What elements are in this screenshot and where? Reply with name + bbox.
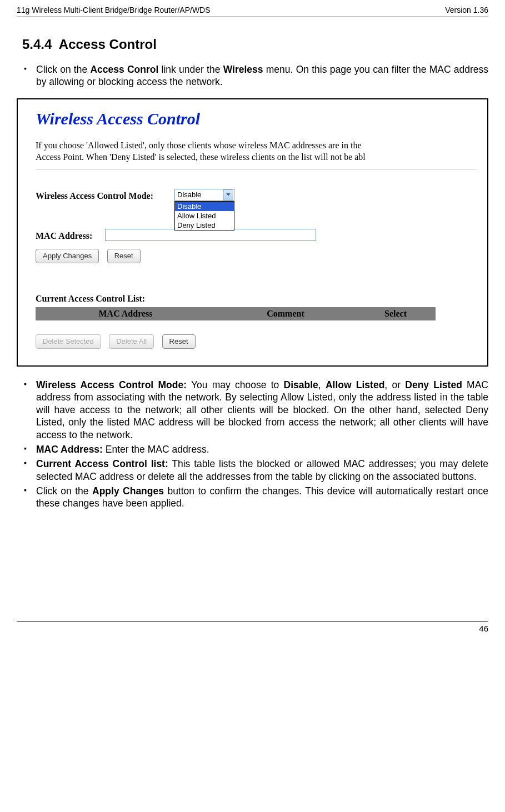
bullet-apply: Click on the Apply Changes button to con… — [36, 485, 488, 510]
acl-table: MAC Address Comment Select — [36, 307, 436, 320]
panel-title: Wireless Access Control — [36, 109, 476, 128]
doc-header: 11g Wireless Multi-Client Bridge/Bridge … — [17, 0, 488, 17]
button-row-lower: Delete Selected Delete All Reset — [36, 334, 476, 349]
mac-row: MAC Address: — [36, 229, 476, 241]
header-left: 11g Wireless Multi-Client Bridge/Bridge … — [17, 6, 211, 14]
col-select: Select — [356, 307, 436, 320]
button-row-upper: Apply Changes Reset — [36, 249, 476, 263]
intro-bullet: Click on the Access Conrol link under th… — [36, 63, 488, 88]
page-footer: 46 — [17, 621, 488, 633]
col-comment: Comment — [216, 307, 356, 320]
mode-select[interactable]: Disable Disable Allow Listed Deny Listed — [174, 189, 234, 201]
divider — [36, 169, 476, 169]
apply-changes-button[interactable]: Apply Changes — [36, 249, 99, 263]
bullet-list: Current Access Control list: This table … — [36, 458, 488, 483]
bullet-mac: MAC Address: Enter the MAC address. — [36, 443, 488, 455]
option-disable[interactable]: Disable — [175, 202, 234, 211]
delete-selected-button[interactable]: Delete Selected — [36, 334, 101, 349]
reset-button[interactable]: Reset — [107, 249, 141, 263]
mac-label: MAC Address: — [36, 229, 105, 241]
acl-title: Current Access Control List: — [36, 294, 476, 304]
section-heading: 5.4.4 Access Control — [22, 37, 488, 52]
mac-input[interactable] — [105, 229, 316, 241]
header-right: Version 1.36 — [445, 6, 488, 14]
mode-row: Wireless Access Control Mode: Disable Di… — [36, 189, 476, 201]
delete-all-button[interactable]: Delete All — [109, 334, 154, 349]
mode-select-value: Disable — [175, 191, 223, 199]
mode-dropdown[interactable]: Disable Allow Listed Deny Listed — [174, 201, 234, 230]
chevron-down-icon[interactable] — [223, 189, 233, 201]
option-deny-listed[interactable]: Deny Listed — [175, 220, 234, 230]
page-number: 46 — [479, 624, 488, 633]
screenshot-panel: Wireless Access Control If you choose 'A… — [17, 98, 488, 367]
reset-button-lower[interactable]: Reset — [162, 334, 196, 349]
option-allow-listed[interactable]: Allow Listed — [175, 211, 234, 220]
panel-desc: If you choose 'Allowed Listed', only tho… — [36, 139, 476, 163]
col-mac: MAC Address — [36, 307, 216, 320]
mode-label: Wireless Access Control Mode: — [36, 189, 174, 201]
bullet-mode: Wireless Access Control Mode: You may ch… — [36, 379, 488, 441]
